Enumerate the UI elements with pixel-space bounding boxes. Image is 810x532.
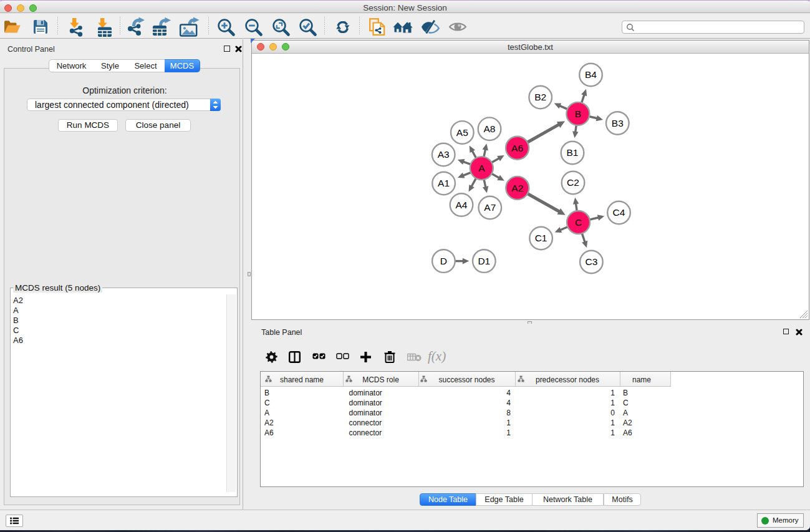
svg-text:B4: B4 <box>585 69 597 80</box>
svg-text:A7: A7 <box>484 202 496 213</box>
svg-text:A: A <box>478 163 485 173</box>
svg-text:C1: C1 <box>535 233 547 243</box>
svg-text:B2: B2 <box>534 92 546 102</box>
svg-text:B: B <box>575 109 581 119</box>
svg-text:A8: A8 <box>484 123 496 134</box>
svg-text:C2: C2 <box>567 177 579 188</box>
svg-text:A5: A5 <box>456 127 468 138</box>
svg-text:A4: A4 <box>456 200 468 210</box>
svg-text:A2: A2 <box>511 183 523 193</box>
svg-text:B3: B3 <box>612 118 624 128</box>
svg-text:D1: D1 <box>478 256 490 266</box>
svg-text:A3: A3 <box>438 149 450 160</box>
svg-text:C4: C4 <box>613 207 625 218</box>
svg-text:C3: C3 <box>585 256 597 267</box>
svg-text:C: C <box>575 217 582 228</box>
svg-text:B1: B1 <box>567 147 579 158</box>
svg-text:A6: A6 <box>511 143 523 153</box>
svg-text:D: D <box>440 256 447 266</box>
svg-text:A1: A1 <box>438 178 450 188</box>
